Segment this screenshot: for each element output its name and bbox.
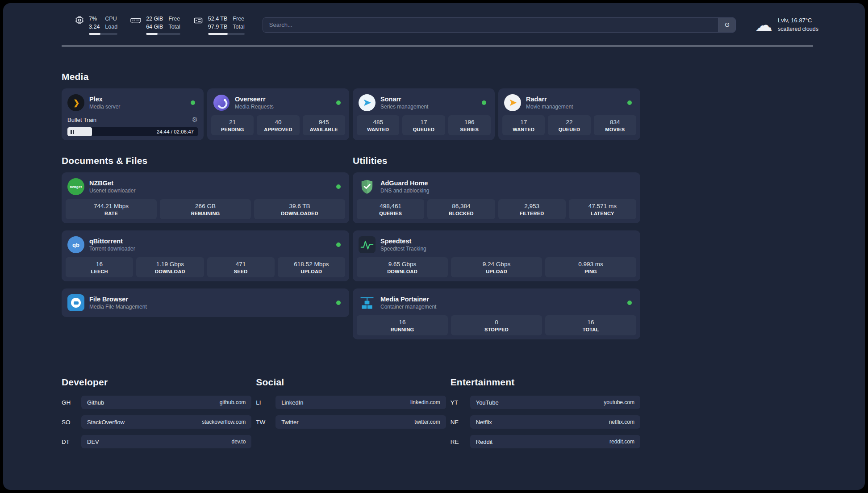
stats-row: 485 WANTED 17 QUEUED 196 SERIES <box>357 115 491 135</box>
bookmark-dev[interactable]: DEV dev.to <box>81 435 251 448</box>
app-titles: File Browser Media File Management <box>89 296 147 310</box>
playback-elapsed[interactable] <box>67 127 92 136</box>
stat-label: SEED <box>209 269 273 274</box>
stat-label: UPLOAD <box>453 269 540 274</box>
bookmark-netflix[interactable]: Netflix netflix.com <box>470 415 640 429</box>
bookmark-row: RE Reddit reddit.com <box>451 435 640 448</box>
bookmarks-entertainment: Entertainment YT YouTube youtube.com NF … <box>451 377 640 455</box>
app-titles: Sonarr Series management <box>380 96 428 110</box>
bookmark-name: DEV <box>87 439 99 445</box>
app-card-filebrowser[interactable]: File Browser Media File Management <box>62 288 349 317</box>
stat-tile: 2,953 FILTERED <box>498 199 566 219</box>
utilities-section: Utilities <box>353 155 640 339</box>
disk-progress-bar <box>208 33 245 35</box>
nzbget-icon: nzbget <box>67 178 84 195</box>
cpu-metric: 7% 3.24 CPU Load <box>75 15 117 35</box>
bookmark-url: stackoverflow.com <box>202 419 246 425</box>
bookmark-row: TW Twitter twitter.com <box>256 415 446 429</box>
stat-tile: 47.571 ms LATENCY <box>569 199 636 219</box>
app-name: qBittorrent <box>89 238 135 245</box>
ram-icon <box>130 15 142 27</box>
bookmark-linkedin[interactable]: LinkedIn linkedin.com <box>275 396 446 409</box>
playback-progress-bar[interactable]: 24:44 / 02:06:47 <box>67 127 198 136</box>
stat-tile: 86,384 BLOCKED <box>427 199 495 219</box>
stats-row: 744.21 Mbps RATE 266 GB REMAINING 39.6 T… <box>66 199 345 219</box>
stat-tile: 196 SERIES <box>448 115 491 135</box>
app-card-portainer[interactable]: Media Portainer Container management 16 … <box>353 288 640 339</box>
stat-label: DOWNLOAD <box>359 269 446 274</box>
sonarr-icon <box>359 94 376 111</box>
bookmark-abbr: NF <box>451 419 465 426</box>
weather-location: Lviv, 16.87°C <box>778 16 818 25</box>
section-heading-developer: Developer <box>62 377 251 388</box>
search-box: G <box>263 17 736 33</box>
stat-value: 21 <box>213 119 252 125</box>
section-heading-entertainment: Entertainment <box>451 377 640 388</box>
app-name: File Browser <box>89 296 147 303</box>
app-name: Sonarr <box>380 96 428 103</box>
bookmark-url: twitter.com <box>414 419 440 425</box>
bookmark-abbr: DT <box>62 439 76 445</box>
weather-condition: scattered clouds <box>778 25 818 33</box>
app-name: Plex <box>89 96 120 103</box>
bookmark-row: YT YouTube youtube.com <box>451 396 640 409</box>
app-card-adguard[interactable]: AdGuard Home DNS and adblocking 498,461 … <box>353 172 640 223</box>
search-input[interactable] <box>263 18 718 32</box>
stat-tile: 17 QUEUED <box>402 115 445 135</box>
stat-label: FILTERED <box>500 211 564 216</box>
stat-label: UPLOAD <box>280 269 343 274</box>
app-titles: Radarr Movie management <box>526 96 573 110</box>
stat-value: 86,384 <box>429 203 493 209</box>
card-head: qb qBittorrent Torrent downloader <box>66 234 345 257</box>
app-card-sonarr[interactable]: Sonarr Series management 485 WANTED 17 Q… <box>353 88 495 140</box>
section-heading-documents: Documents & Files <box>62 155 349 166</box>
stat-tile: 471 SEED <box>207 257 275 277</box>
stat-value: 17 <box>404 119 443 125</box>
stat-tile: 21 PENDING <box>211 115 254 135</box>
app-card-plex[interactable]: ❯ Plex Media server Bullet Train ⚙ <box>62 88 204 140</box>
app-card-radarr[interactable]: Radarr Movie management 17 WANTED 22 QUE… <box>498 88 640 140</box>
stat-value: 39.6 TB <box>256 203 343 209</box>
app-card-qbittorrent[interactable]: qb qBittorrent Torrent downloader 16 <box>62 230 349 281</box>
stats-row: 16 RUNNING 0 STOPPED 16 TOTAL <box>357 315 636 335</box>
stats-row: 16 LEECH 1.19 Gbps DOWNLOAD 471 SEED <box>66 257 345 277</box>
app-subtitle: DNS and adblocking <box>380 188 429 194</box>
app-card-speedtest[interactable]: Speedtest Speedtest Tracking 9.65 Gbps D… <box>353 230 640 281</box>
stat-tile: 39.6 TB DOWNLOADED <box>254 199 345 219</box>
bookmark-github[interactable]: Github github.com <box>81 396 251 409</box>
disk-free-value: 52.4 TB <box>208 15 228 23</box>
bookmark-row: DT DEV dev.to <box>62 435 251 448</box>
search-area: G <box>263 17 736 33</box>
stat-value: 196 <box>450 119 489 125</box>
card-head: AdGuard Home DNS and adblocking <box>357 176 636 199</box>
stat-value: 40 <box>259 119 297 125</box>
bookmark-reddit[interactable]: Reddit reddit.com <box>470 435 640 448</box>
status-dot <box>336 184 341 189</box>
storage-server-icon <box>193 15 204 28</box>
bookmark-stackoverflow[interactable]: StackOverflow stackoverflow.com <box>81 415 251 429</box>
bookmark-youtube[interactable]: YouTube youtube.com <box>470 396 640 409</box>
ram-total-value: 64 GiB <box>146 23 163 31</box>
stat-tile: 9.24 Gbps UPLOAD <box>451 257 542 277</box>
search-engine-button[interactable]: G <box>718 18 735 32</box>
stat-label: PING <box>547 269 634 274</box>
stats-row: 21 PENDING 40 APPROVED 945 AVAILABLE <box>211 115 345 135</box>
pause-icon[interactable] <box>71 128 75 136</box>
filebrowser-icon <box>67 294 84 311</box>
status-dot <box>336 242 341 247</box>
app-titles: AdGuard Home DNS and adblocking <box>380 180 429 194</box>
app-card-nzbget[interactable]: nzbget NZBGet Usenet downloader 744.21 M… <box>62 172 349 223</box>
stat-label: REMAINING <box>162 211 249 216</box>
ram-label-2: Total <box>168 23 180 31</box>
stat-label: TOTAL <box>547 327 634 332</box>
app-titles: Plex Media server <box>89 96 120 110</box>
stat-tile: 498,461 QUERIES <box>357 199 424 219</box>
bookmark-abbr: YT <box>451 399 465 406</box>
settings-gear-icon[interactable]: ⚙ <box>192 116 198 124</box>
stat-label: QUEUED <box>550 127 588 132</box>
disk-metric: 52.4 TB 97.9 TB Free Total <box>193 15 245 35</box>
app-card-overseerr[interactable]: Overseerr Media Requests 21 PENDING 40 A… <box>207 88 349 140</box>
bookmark-twitter[interactable]: Twitter twitter.com <box>275 415 446 429</box>
stat-tile: 0 STOPPED <box>451 315 542 335</box>
bookmark-row: SO StackOverflow stackoverflow.com <box>62 415 251 429</box>
